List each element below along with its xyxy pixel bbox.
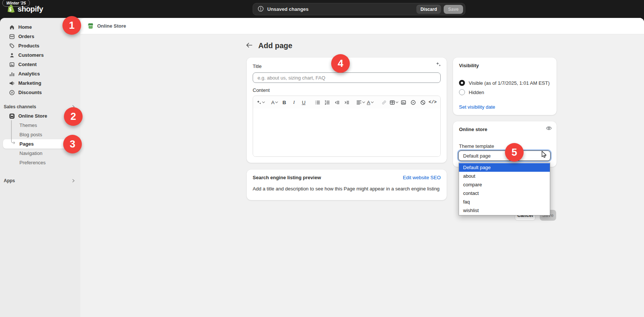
step-1-annotation: 1 (62, 16, 81, 35)
content-label: Content (253, 87, 270, 93)
content-editor: A B I U (253, 96, 441, 157)
visibility-card: Visibility Visible (as of 1/7/2025, 1:01… (453, 58, 557, 115)
back-button[interactable] (244, 40, 255, 51)
bullet-list-button[interactable] (313, 98, 322, 107)
theme-template-label: Theme template (459, 143, 494, 149)
bold-button[interactable]: B (280, 98, 289, 107)
seo-card-title: Search engine listing preview (253, 175, 321, 180)
editor-toolbar: A B I U (253, 96, 440, 109)
indent-button[interactable] (342, 98, 351, 107)
radio-selected-icon (459, 80, 465, 86)
online-store-green-icon (87, 22, 94, 29)
alert-icon (258, 6, 264, 13)
shopify-logo[interactable]: shopify (7, 0, 43, 18)
marketing-icon (9, 80, 15, 86)
customers-icon (9, 52, 15, 58)
unsaved-changes-banner: Unsaved changes Discard Save (253, 3, 465, 15)
ai-assist-button[interactable] (256, 98, 265, 107)
topbar: shopify Winter '25 Unsaved changes Disca… (0, 0, 644, 18)
video-button[interactable] (409, 98, 418, 107)
underline-button[interactable]: U (299, 98, 308, 107)
set-visibility-date-link[interactable]: Set visibility date (459, 104, 495, 110)
sidebar: Home Orders Products Customers Content A… (0, 18, 80, 317)
breadcrumb-label: Online Store (97, 23, 126, 29)
shopify-bag-icon (7, 4, 15, 14)
analytics-icon (9, 71, 15, 77)
italic-button[interactable]: I (289, 98, 299, 107)
numbered-list-button[interactable] (323, 98, 332, 107)
title-input[interactable] (253, 72, 441, 83)
breadcrumb[interactable]: Online Store (80, 18, 644, 34)
sidebar-item-content[interactable]: Content (3, 60, 77, 69)
image-button[interactable] (399, 98, 408, 107)
sidebar-item-analytics[interactable]: Analytics (3, 69, 77, 78)
chevron-right-icon (72, 179, 75, 183)
step-4-annotation: 4 (331, 54, 350, 73)
text-color-button[interactable]: A (366, 98, 375, 107)
sidebar-item-marketing[interactable]: Marketing (3, 78, 77, 88)
step-5-annotation: 5 (505, 143, 524, 162)
dropdown-option-about[interactable]: about (459, 172, 550, 180)
dropdown-option-contact[interactable]: contact (459, 189, 550, 198)
text-style-button[interactable]: A (270, 98, 279, 107)
code-view-button[interactable]: </> (428, 98, 437, 107)
orders-icon (9, 34, 15, 40)
apps-header[interactable]: Apps (0, 176, 80, 185)
link-button[interactable] (379, 98, 389, 107)
visible-radio-option[interactable]: Visible (as of 1/7/2025, 1:01 AM EST) (459, 80, 550, 86)
main-area: Online Store Add page Title Content (80, 18, 644, 317)
title-label: Title (253, 63, 262, 69)
products-icon (9, 43, 15, 49)
theme-template-select[interactable]: Default page (458, 150, 551, 161)
step-2-annotation: 2 (64, 107, 83, 126)
back-arrow-icon (246, 43, 253, 48)
chevron-down-icon (371, 101, 374, 103)
chevron-down-icon (395, 101, 398, 103)
dropdown-option-default-page[interactable]: Default page (459, 163, 550, 172)
chevron-down-icon (275, 101, 278, 103)
ai-sparkle-icon[interactable] (435, 61, 441, 68)
save-button-topbar[interactable]: Save (444, 5, 463, 14)
visibility-card-title: Visibility (459, 63, 479, 68)
radio-unselected-icon (459, 89, 465, 95)
storefront-icon (9, 113, 15, 119)
clear-formatting-button[interactable] (418, 98, 428, 107)
sidebar-item-customers[interactable]: Customers (3, 50, 77, 60)
visible-option-label: Visible (as of 1/7/2025, 1:01 AM EST) (469, 80, 550, 86)
dropdown-option-wishlist[interactable]: wishlist (459, 206, 550, 215)
edit-website-seo-link[interactable]: Edit website SEO (403, 175, 441, 180)
outdent-button[interactable] (332, 98, 342, 107)
page-title: Add page (258, 41, 292, 50)
content-textarea[interactable] (253, 109, 440, 157)
dropdown-option-faq[interactable]: faq (459, 198, 550, 206)
seo-card: Search engine listing preview Edit websi… (247, 170, 447, 200)
chevron-down-icon (362, 101, 365, 103)
home-icon (9, 24, 15, 30)
selected-template-value: Default page (463, 153, 491, 159)
seo-description: Add a title and description to see how t… (253, 186, 441, 192)
eye-icon[interactable] (546, 125, 552, 133)
chevron-down-icon (543, 155, 546, 157)
shopify-wordmark: shopify (18, 5, 43, 13)
step-3-annotation: 3 (63, 135, 82, 153)
title-content-card: Title Content A B I (247, 58, 447, 163)
chevron-down-icon (262, 101, 265, 103)
dropdown-option-compare[interactable]: compare (459, 180, 550, 189)
template-dropdown: Default page about compare contact faq w… (459, 162, 550, 215)
workspace: Home Orders Products Customers Content A… (0, 18, 644, 317)
hidden-option-label: Hidden (469, 90, 484, 95)
discard-button[interactable]: Discard (416, 5, 441, 14)
online-store-card: Online store Theme template Default page (453, 121, 557, 167)
sidebar-item-preferences[interactable]: Preferences (3, 158, 77, 167)
table-button[interactable] (389, 98, 398, 107)
unsaved-changes-text: Unsaved changes (267, 6, 309, 12)
online-store-card-title: Online store (459, 127, 487, 132)
sidebar-item-discounts[interactable]: Discounts (3, 88, 77, 97)
sidebar-item-products[interactable]: Products (3, 41, 77, 50)
content-icon (9, 62, 15, 68)
alignment-button[interactable] (356, 98, 365, 107)
hidden-radio-option[interactable]: Hidden (459, 89, 484, 95)
discounts-icon (9, 90, 15, 96)
